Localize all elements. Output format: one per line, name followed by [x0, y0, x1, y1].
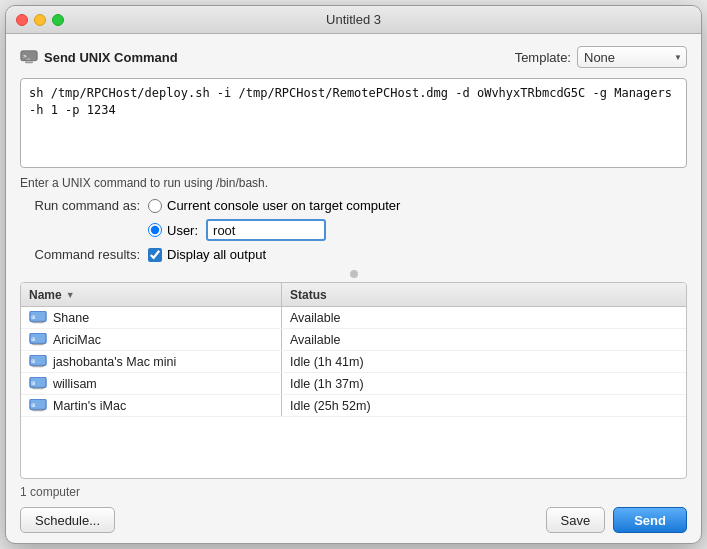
col-name-header[interactable]: Name ▼ — [21, 288, 281, 302]
main-window: Untitled 3 >_ Send UNIX Command Template… — [5, 5, 702, 544]
user-input[interactable] — [206, 219, 326, 241]
table-header: Name ▼ Status — [21, 283, 686, 307]
template-select[interactable]: None — [577, 46, 687, 68]
cell-name: ⊞ Martin's iMac — [21, 399, 281, 413]
run-command-row: Run command as: Current console user on … — [20, 198, 687, 213]
svg-text:⊞: ⊞ — [31, 358, 35, 364]
maximize-button[interactable] — [52, 14, 64, 26]
schedule-button[interactable]: Schedule... — [20, 507, 115, 533]
display-output-checkbox[interactable] — [148, 248, 162, 262]
computer-icon: ⊞ — [29, 377, 47, 391]
traffic-lights — [16, 14, 64, 26]
send-unix-section-title: >_ Send UNIX Command — [20, 50, 178, 65]
button-row: Schedule... Save Send — [20, 507, 687, 533]
computer-icon: ⊞ — [29, 311, 47, 325]
user-option[interactable]: User: — [148, 223, 198, 238]
svg-text:⊞: ⊞ — [31, 380, 35, 386]
send-button[interactable]: Send — [613, 507, 687, 533]
template-row: Template: None — [515, 46, 687, 68]
svg-rect-1 — [25, 62, 33, 64]
right-buttons: Save Send — [546, 507, 687, 533]
user-radio[interactable] — [148, 223, 162, 237]
svg-text:⊞: ⊞ — [31, 402, 35, 408]
table-body: ⊞ ShaneAvailable ⊞ AriciMacAvailable ⊞ j… — [21, 307, 686, 478]
cell-name: ⊞ jashobanta's Mac mini — [21, 355, 281, 369]
template-label: Template: — [515, 50, 571, 65]
console-user-option[interactable]: Current console user on target computer — [148, 198, 400, 213]
cell-name-text: jashobanta's Mac mini — [53, 355, 176, 369]
command-textarea[interactable]: sh /tmp/RPCHost/deploy.sh -i /tmp/RPCHos… — [20, 78, 687, 168]
svg-rect-4 — [32, 321, 43, 323]
user-row: User: — [20, 219, 687, 241]
cell-name-text: AriciMac — [53, 333, 101, 347]
computer-icon: ⊞ — [29, 399, 47, 413]
console-user-radio[interactable] — [148, 199, 162, 213]
col-status-header[interactable]: Status — [282, 288, 686, 302]
main-content: >_ Send UNIX Command Template: None sh /… — [6, 34, 701, 543]
svg-rect-12 — [32, 365, 43, 367]
svg-text:⊞: ⊞ — [31, 314, 35, 320]
scroll-dot — [350, 270, 358, 278]
template-select-wrapper: None — [577, 46, 687, 68]
table-row[interactable]: ⊞ AriciMacAvailable — [21, 329, 686, 351]
cell-status: Idle (1h 37m) — [282, 377, 686, 391]
cell-name-text: willisam — [53, 377, 97, 391]
command-results-label: Command results: — [20, 247, 140, 262]
save-button[interactable]: Save — [546, 507, 606, 533]
send-unix-icon: >_ — [20, 50, 38, 64]
cell-status: Idle (25h 52m) — [282, 399, 686, 413]
cell-status: Available — [282, 333, 686, 347]
table-row[interactable]: ⊞ ShaneAvailable — [21, 307, 686, 329]
svg-rect-20 — [32, 409, 43, 411]
display-output-label: Display all output — [167, 247, 266, 262]
titlebar: Untitled 3 — [6, 6, 701, 34]
form-section: Run command as: Current console user on … — [20, 198, 687, 262]
table-row[interactable]: ⊞ willisamIdle (1h 37m) — [21, 373, 686, 395]
scroll-indicator — [20, 270, 687, 278]
computer-icon: ⊞ — [29, 355, 47, 369]
display-output-option[interactable]: Display all output — [148, 247, 266, 262]
svg-rect-16 — [32, 387, 43, 389]
run-command-label: Run command as: — [20, 198, 140, 213]
svg-rect-8 — [32, 343, 43, 345]
close-button[interactable] — [16, 14, 28, 26]
cell-status: Idle (1h 41m) — [282, 355, 686, 369]
computer-table: Name ▼ Status ⊞ ShaneAvailable ⊞ AriciMa… — [20, 282, 687, 479]
svg-text:⊞: ⊞ — [31, 336, 35, 342]
cell-name: ⊞ Shane — [21, 311, 281, 325]
console-user-label: Current console user on target computer — [167, 198, 400, 213]
instructions-text: Enter a UNIX command to run using /bin/b… — [20, 176, 687, 190]
cell-status: Available — [282, 311, 686, 325]
header-row: >_ Send UNIX Command Template: None — [20, 46, 687, 68]
cell-name-text: Shane — [53, 311, 89, 325]
table-row[interactable]: ⊞ jashobanta's Mac miniIdle (1h 41m) — [21, 351, 686, 373]
window-title: Untitled 3 — [326, 12, 381, 27]
send-unix-label-text: Send UNIX Command — [44, 50, 178, 65]
sort-arrow-icon: ▼ — [66, 290, 75, 300]
computer-icon: ⊞ — [29, 333, 47, 347]
cell-name: ⊞ AriciMac — [21, 333, 281, 347]
footer-count: 1 computer — [20, 485, 687, 499]
user-field-label: User: — [167, 223, 198, 238]
command-results-row: Command results: Display all output — [20, 247, 687, 262]
cell-name: ⊞ willisam — [21, 377, 281, 391]
cell-name-text: Martin's iMac — [53, 399, 126, 413]
svg-text:>_: >_ — [23, 53, 30, 60]
table-row[interactable]: ⊞ Martin's iMacIdle (25h 52m) — [21, 395, 686, 417]
minimize-button[interactable] — [34, 14, 46, 26]
